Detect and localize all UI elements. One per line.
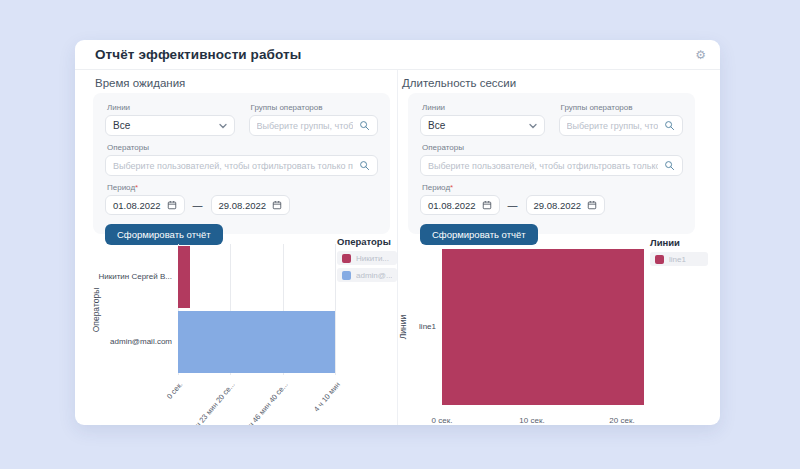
- operator-groups-input-wrap: [559, 115, 684, 136]
- date-to-input[interactable]: 29.08.2022: [526, 195, 606, 215]
- y-axis-label: Операторы: [90, 244, 100, 375]
- required-asterisk: *: [450, 183, 453, 192]
- waiting-time-filter-form: Линии Все Группы операторов: [93, 93, 390, 234]
- session-duration-filter-form: Линии Все Группы операторов: [408, 93, 695, 234]
- date-to-value: 29.08.2022: [219, 200, 267, 211]
- bar-Никитин Сергей В...[interactable]: [178, 246, 190, 308]
- date-from-input[interactable]: 01.08.2022: [105, 195, 185, 215]
- operator-groups-label: Группы операторов: [251, 103, 379, 112]
- operator-groups-field: Группы операторов: [559, 102, 684, 136]
- operators-input-wrap: [420, 155, 683, 176]
- legend-item-label: admin@...: [356, 271, 392, 280]
- date-from-input[interactable]: 01.08.2022: [420, 195, 500, 215]
- date-from-value: 01.08.2022: [428, 200, 476, 211]
- lines-label: Линии: [422, 103, 545, 112]
- operators-input[interactable]: [428, 161, 658, 171]
- search-icon[interactable]: [359, 160, 370, 171]
- legend-swatch: [655, 255, 664, 264]
- period-label: Период: [107, 183, 135, 192]
- period-field: Период* 01.08.2022 — 29.08.2022: [420, 183, 683, 215]
- date-range-separator: —: [193, 200, 203, 211]
- lines-select[interactable]: Все: [420, 115, 545, 136]
- calendar-icon: [167, 196, 177, 214]
- chevron-down-icon: [529, 123, 537, 129]
- operators-input-wrap: [105, 155, 378, 176]
- x-tick-label: 10 сек.: [519, 416, 544, 425]
- search-icon[interactable]: [359, 120, 370, 131]
- lines-field: Линии Все: [105, 102, 235, 136]
- session-duration-bar-chart: line10 сек.10 сек.20 сек.ЛинииЛинииline1: [397, 235, 720, 425]
- operator-groups-input[interactable]: [567, 121, 659, 131]
- operators-label: Операторы: [422, 143, 683, 152]
- bar-admin@mail.com[interactable]: [178, 311, 335, 373]
- x-tick-label: 2 ч 46 мин 40 се...: [242, 380, 289, 425]
- operators-field: Операторы: [105, 143, 378, 176]
- page-background: { "header": { "title": "Отчёт эффективно…: [0, 0, 800, 469]
- chart-legend: Линииline1: [650, 237, 708, 269]
- lines-field: Линии Все: [420, 102, 545, 136]
- bar-line1[interactable]: [442, 249, 644, 405]
- period-field: Период* 01.08.2022 — 29.08.2022: [105, 183, 378, 215]
- settings-gear-icon[interactable]: ⚙: [695, 49, 706, 61]
- operators-input[interactable]: [113, 161, 353, 171]
- required-asterisk: *: [135, 183, 138, 192]
- x-tick-label: 0 сек.: [432, 416, 453, 425]
- operator-groups-input[interactable]: [257, 121, 354, 131]
- calendar-icon: [272, 196, 282, 214]
- legend-item-label: Никити...: [356, 254, 389, 263]
- legend-item[interactable]: line1: [650, 252, 708, 266]
- gridline: [335, 244, 336, 375]
- legend-item[interactable]: admin@...: [337, 268, 397, 282]
- operator-groups-field: Группы операторов: [249, 102, 379, 136]
- calendar-icon: [587, 196, 597, 214]
- card-header: Отчёт эффективности работы ⚙: [75, 40, 720, 70]
- lines-select[interactable]: Все: [105, 115, 235, 136]
- report-card: Отчёт эффективности работы ⚙ Время ожида…: [75, 40, 720, 425]
- search-icon[interactable]: [664, 160, 675, 171]
- legend-title: Операторы: [337, 236, 397, 247]
- calendar-icon: [482, 196, 492, 214]
- lines-label: Линии: [107, 103, 235, 112]
- chevron-down-icon: [219, 123, 227, 129]
- x-tick-label: 1 ч 23 мин 20 се...: [190, 380, 237, 425]
- lines-select-value: Все: [428, 120, 523, 131]
- legend-title: Линии: [650, 237, 708, 248]
- operators-field: Операторы: [420, 143, 683, 176]
- page-title: Отчёт эффективности работы: [95, 47, 301, 62]
- panel-title-session-duration: Длительность сессии: [402, 77, 516, 89]
- date-to-value: 29.08.2022: [534, 200, 582, 211]
- x-tick-label: 4 ч 10 мин: [312, 380, 342, 413]
- operators-label: Операторы: [107, 143, 378, 152]
- operator-groups-label: Группы операторов: [561, 103, 684, 112]
- legend-swatch: [342, 271, 351, 280]
- lines-select-value: Все: [113, 120, 213, 131]
- chart-legend: ОператорыНикити...admin@...: [337, 236, 397, 285]
- date-range-separator: —: [508, 200, 518, 211]
- x-tick-label: 0 сек.: [165, 380, 184, 401]
- operator-groups-input-wrap: [249, 115, 379, 136]
- y-axis-label: Линии: [398, 244, 408, 410]
- legend-item[interactable]: Никити...: [337, 251, 397, 265]
- search-icon[interactable]: [664, 120, 675, 131]
- legend-swatch: [342, 254, 351, 263]
- legend-item-label: line1: [669, 255, 686, 264]
- x-tick-label: 20 сек.: [609, 416, 634, 425]
- date-from-value: 01.08.2022: [113, 200, 161, 211]
- waiting-time-bar-chart: Никитин Сергей В...admin@mail.com0 сек.1…: [75, 235, 397, 425]
- panel-title-waiting-time: Время ожидания: [95, 77, 185, 89]
- period-label: Период: [422, 183, 450, 192]
- date-to-input[interactable]: 29.08.2022: [211, 195, 291, 215]
